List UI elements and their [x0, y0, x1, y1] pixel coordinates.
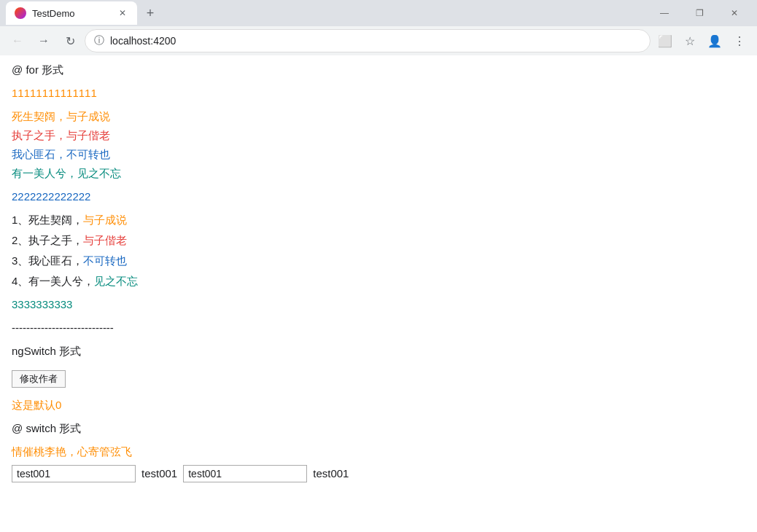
num-text-2: 与子偕老 [83, 234, 127, 246]
translate-icon[interactable]: ⬜ [653, 29, 677, 52]
profile-icon[interactable]: 👤 [703, 29, 726, 52]
numbered-item-1: 1、死生契阔，与子成说 [12, 211, 745, 229]
poem-line-2: 执子之手，与子偕老 [12, 127, 745, 144]
forward-button[interactable]: → [32, 29, 55, 52]
number-seq-2: 2222222222222 [12, 188, 745, 206]
reload-button[interactable]: ↻ [58, 29, 82, 52]
close-button[interactable]: ✕ [718, 1, 751, 25]
page-content: @ for 形式 11111111111111 死生契阔，与子成说 执子之手，与… [0, 55, 757, 532]
poem-line-3: 我心匪石，不可转也 [12, 146, 745, 163]
num-text-3: 不可转也 [83, 254, 127, 267]
address-bar[interactable]: ⓘ localhost:4200 [85, 29, 651, 52]
test-input-1[interactable] [12, 465, 136, 482]
nav-right-icons: ⬜ ☆ 👤 ⋮ [653, 29, 751, 52]
section1-header: @ for 形式 [12, 61, 745, 79]
number-seq-3: 3333333333 [12, 296, 745, 313]
tab-title: TestDemo [32, 8, 111, 19]
new-tab-button[interactable]: + [140, 3, 160, 23]
num-label-3: 3、我心匪石， [12, 254, 83, 267]
modify-author-button[interactable]: 修改作者 [12, 370, 66, 388]
poem-switch-line: 情催桃李艳，心寄管弦飞 [12, 443, 745, 461]
maximize-button[interactable]: ❐ [683, 1, 716, 25]
num-label-4: 4、有一美人兮， [12, 275, 94, 287]
menu-icon[interactable]: ⋮ [728, 29, 751, 52]
browser-tab[interactable]: TestDemo ✕ [6, 1, 137, 25]
address-text: localhost:4200 [110, 35, 176, 47]
numbered-item-3: 3、我心匪石，不可转也 [12, 252, 745, 270]
back-button[interactable]: ← [6, 29, 29, 52]
num-label-1: 1、死生契阔， [12, 214, 83, 226]
lock-icon: ⓘ [94, 34, 104, 47]
tab-favicon [15, 7, 26, 19]
default-text: 这是默认0 [12, 396, 745, 414]
tab-close-button[interactable]: ✕ [117, 7, 128, 19]
test-input-2[interactable] [183, 465, 307, 482]
divider-line: ---------------------------- [12, 319, 745, 337]
numbered-item-2: 2、执子之手，与子偕老 [12, 232, 745, 249]
minimize-button[interactable]: — [648, 1, 681, 25]
switch-form-header: @ switch 形式 [12, 420, 745, 437]
input-label-2: test001 [307, 465, 354, 482]
input-row: test001 test001 [12, 465, 745, 482]
poem-line-1: 死生契阔，与子成说 [12, 108, 745, 125]
window-controls: — ❐ ✕ [648, 1, 751, 25]
num-text-4: 见之不忘 [94, 275, 138, 287]
input-label-1: test001 [136, 465, 183, 482]
num-text-1: 与子成说 [83, 214, 127, 226]
navigation-bar: ← → ↻ ⓘ localhost:4200 ⬜ ☆ 👤 ⋮ [0, 26, 757, 55]
numbered-item-4: 4、有一美人兮，见之不忘 [12, 273, 745, 290]
ng-switch-header: ngSwitch 形式 [12, 343, 745, 360]
number-seq-1: 11111111111111 [12, 85, 745, 102]
num-label-2: 2、执子之手， [12, 234, 83, 246]
bookmark-icon[interactable]: ☆ [678, 29, 702, 52]
poem-line-4: 有一美人兮，见之不忘 [12, 165, 745, 182]
